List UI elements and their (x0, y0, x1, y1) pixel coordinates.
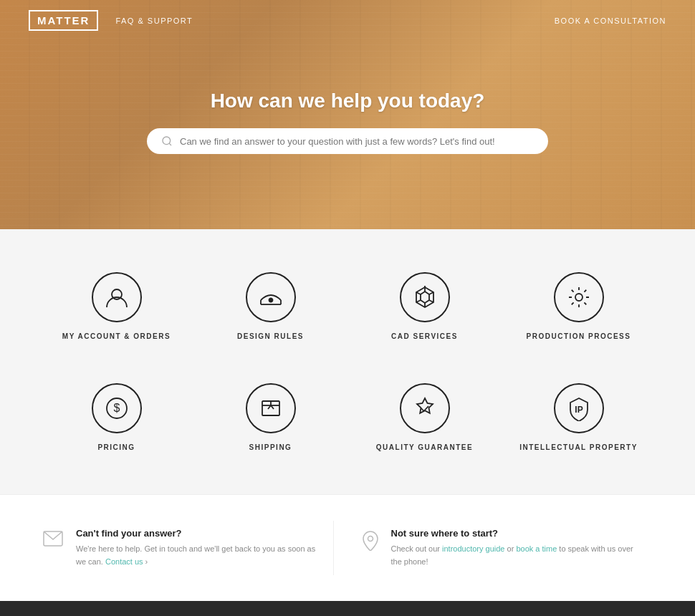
ip-label: INTELLECTUAL PROPERTY (519, 443, 638, 451)
category-quality[interactable]: QUALITY GUARANTEE (351, 369, 498, 466)
cad-icon-circle (400, 272, 450, 322)
svg-point-6 (269, 299, 272, 302)
book-time-link[interactable]: book a time (516, 544, 557, 553)
hero-section: MATTER FAQ & SUPPORT BOOK A CONSULTATION… (0, 0, 695, 229)
category-ip[interactable]: IP INTELLECTUAL PROPERTY (505, 369, 652, 466)
category-cad[interactable]: CAD SERVICES (351, 258, 498, 355)
svg-line-14 (416, 292, 421, 294)
help-card-start-text: Check out our introductory guide or book… (391, 543, 638, 568)
pricing-label: PRICING (97, 443, 135, 451)
logo[interactable]: MATTER (29, 10, 98, 31)
production-icon (566, 284, 592, 310)
footer: FAQ › What is Matter? › How do I get sta… (0, 601, 695, 616)
help-card-contact-title: Can't find your answer? (76, 528, 319, 539)
hero-title: How can we help you today? (211, 90, 485, 112)
svg-point-0 (163, 137, 171, 145)
production-label: PRODUCTION PROCESS (527, 332, 631, 340)
svg-point-24 (368, 536, 373, 542)
category-pricing[interactable]: $ PRICING (43, 369, 190, 466)
nav-faq-link[interactable]: FAQ & SUPPORT (115, 16, 193, 25)
search-input[interactable] (180, 136, 534, 147)
ip-icon-circle: IP (554, 383, 604, 433)
shipping-icon-circle (246, 383, 296, 433)
design-icon (258, 284, 284, 310)
help-card-contact-text: We're here to help. Get in touch and we'… (76, 543, 319, 568)
account-icon (104, 284, 130, 310)
pricing-icon-circle: $ (92, 383, 142, 433)
nav-book-link[interactable]: BOOK A CONSULTATION (555, 16, 666, 25)
svg-line-13 (416, 300, 421, 302)
category-grid: MY ACCOUNT & ORDERS DESIGN RULES (43, 258, 652, 466)
cad-label: CAD SERVICES (391, 332, 458, 340)
nav-left: MATTER FAQ & SUPPORT (29, 10, 193, 31)
svg-line-10 (429, 292, 433, 294)
category-shipping[interactable]: SHIPPING (197, 369, 344, 466)
help-card-start-title: Not sure where to start? (391, 528, 638, 539)
category-account[interactable]: MY ACCOUNT & ORDERS (43, 258, 190, 355)
svg-text:IP: IP (575, 405, 583, 415)
svg-text:$: $ (113, 402, 120, 414)
help-card-contact-content: Can't find your answer? We're here to he… (76, 528, 319, 568)
search-bar (147, 128, 548, 154)
account-icon-circle (92, 272, 142, 322)
ip-icon: IP (566, 395, 592, 421)
intro-guide-link[interactable]: introductory guide (442, 544, 504, 553)
cad-icon (412, 284, 438, 310)
email-icon (43, 531, 63, 549)
search-icon (161, 135, 173, 147)
account-label: MY ACCOUNT & ORDERS (62, 332, 171, 340)
pricing-icon: $ (104, 395, 130, 421)
production-icon-circle (554, 272, 604, 322)
design-label: DESIGN RULES (237, 332, 304, 340)
contact-us-link[interactable]: Contact us (105, 557, 143, 566)
svg-point-16 (575, 294, 583, 301)
categories-section: MY ACCOUNT & ORDERS DESIGN RULES (0, 229, 695, 494)
svg-line-11 (429, 300, 433, 302)
quality-icon-circle (400, 383, 450, 433)
location-icon (363, 531, 378, 554)
quality-icon (412, 395, 438, 421)
svg-marker-8 (421, 292, 429, 303)
quality-label: QUALITY GUARANTEE (376, 443, 473, 451)
help-card-start: Not sure where to start? Check out our i… (333, 521, 653, 575)
help-card-contact: Can't find your answer? We're here to he… (43, 521, 333, 575)
navigation: MATTER FAQ & SUPPORT BOOK A CONSULTATION (0, 0, 695, 41)
svg-line-1 (169, 143, 171, 145)
shipping-icon (258, 395, 284, 421)
help-section: Can't find your answer? We're here to he… (0, 494, 695, 601)
design-icon-circle (246, 272, 296, 322)
category-production[interactable]: PRODUCTION PROCESS (505, 258, 652, 355)
help-card-start-content: Not sure where to start? Check out our i… (391, 528, 638, 568)
category-design[interactable]: DESIGN RULES (197, 258, 344, 355)
shipping-label: SHIPPING (249, 443, 292, 451)
